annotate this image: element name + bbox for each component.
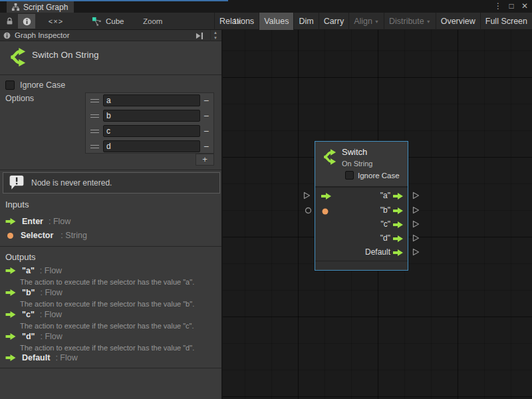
output-port-icon[interactable]: [392, 207, 404, 215]
switch-on-string-icon: [8, 46, 28, 68]
option-input-c[interactable]: [103, 125, 200, 137]
spinner-down-button[interactable]: ▼: [211, 35, 220, 41]
node-title-block: Switch On String: [0, 41, 221, 74]
option-input-b[interactable]: [103, 110, 200, 122]
info-icon: [23, 17, 31, 26]
flow-arrow-icon: [5, 354, 17, 362]
output-port-icon[interactable]: [392, 235, 404, 243]
tab-script-graph[interactable]: Script Graph: [7, 1, 74, 13]
flow-arrow-icon: [5, 311, 17, 319]
option-row: −: [86, 139, 213, 154]
toolbar: <×> Cube Zoom 1x Relations Values Dim Ca…: [0, 13, 532, 30]
node-footer-divider: [315, 261, 408, 261]
options-list: − − − −: [85, 92, 214, 154]
drag-handle-icon[interactable]: [90, 114, 99, 118]
ignore-case-row: Ignore Case: [5, 80, 65, 90]
graph-target[interactable]: Cube: [92, 13, 124, 30]
warning-bubble-icon: [9, 175, 25, 191]
tab-label: Script Graph: [23, 3, 68, 12]
panel-spinner: ▲ ▼: [210, 30, 220, 41]
overview-button[interactable]: Overview: [436, 13, 480, 30]
option-input-d[interactable]: [103, 140, 200, 152]
carry-button[interactable]: Carry: [319, 13, 349, 30]
values-button[interactable]: Values: [259, 13, 293, 30]
node-subtitle: On String: [342, 160, 372, 168]
external-flow-input-port[interactable]: [303, 192, 311, 200]
distribute-button[interactable]: Distribute▼: [384, 13, 436, 30]
option-input-a[interactable]: [103, 94, 200, 106]
output-desc: The action to execute if the selector ha…: [20, 278, 194, 286]
external-output-port-d[interactable]: [412, 234, 420, 242]
output-desc: The action to execute if the selector ha…: [20, 300, 194, 308]
output-row-c: "c" : Flow: [5, 310, 62, 319]
node-ignore-case-row: Ignore Case: [345, 171, 400, 180]
lock-icon: [5, 17, 14, 26]
drag-handle-icon[interactable]: [90, 130, 99, 133]
selector-port-icon[interactable]: [322, 208, 329, 215]
switch-on-string-icon: [322, 148, 338, 166]
node-row-default: Default: [315, 245, 408, 259]
remove-option-button[interactable]: −: [201, 94, 211, 107]
node-row-d: "d": [315, 231, 408, 245]
output-port-icon[interactable]: [392, 221, 404, 229]
graph-target-label: Cube: [106, 17, 124, 25]
external-output-port-b[interactable]: [412, 206, 420, 214]
output-row-b: "b" : Flow: [5, 288, 63, 297]
relations-button[interactable]: Relations: [214, 13, 259, 30]
node-title: Switch: [342, 147, 367, 157]
add-option-button[interactable]: +: [196, 154, 214, 166]
external-value-input-port[interactable]: [305, 207, 312, 214]
inspector-toggle-button[interactable]: [18, 14, 35, 29]
output-desc: The action to execute if the selector ha…: [20, 344, 194, 352]
output-port-icon[interactable]: [392, 192, 404, 200]
drag-handle-icon[interactable]: [90, 145, 99, 148]
remove-option-button[interactable]: −: [201, 124, 211, 138]
drag-handle-icon[interactable]: [90, 99, 99, 102]
node-ignore-case-checkbox[interactable]: [345, 171, 354, 180]
switch-on-string-node[interactable]: Switch On String Ignore Case "a" "b" "c"…: [315, 141, 408, 271]
remove-option-button[interactable]: −: [201, 109, 211, 122]
script-machine-icon: [92, 17, 102, 27]
node-ignore-case-label: Ignore Case: [358, 172, 400, 180]
spinner-up-button[interactable]: ▲: [211, 30, 220, 35]
output-row-d: "d" : Flow: [5, 332, 63, 341]
output-row-default: Default : Flow: [5, 353, 78, 362]
inspector-title: Switch On String: [32, 50, 99, 60]
divider: [0, 74, 221, 75]
output-row-a: "a" : Flow: [5, 266, 62, 275]
inspector-header: Graph Inspector ▲ ▼: [0, 30, 221, 41]
chevron-down-icon: ▼: [426, 19, 431, 24]
script-graph-window: Script Graph ⋮ □ ✕: [0, 0, 532, 399]
graph-inspector-panel: Graph Inspector ▲ ▼ Switch On String: [0, 30, 223, 399]
option-row: −: [86, 108, 213, 124]
align-button[interactable]: Align▼: [348, 13, 384, 30]
external-output-port-default[interactable]: [412, 248, 420, 256]
output-port-icon[interactable]: [392, 249, 404, 257]
more-menu-icon[interactable]: ⋮: [493, 1, 503, 12]
lock-button[interactable]: [1, 14, 17, 29]
window-controls: ⋮ □ ✕: [493, 1, 529, 12]
maximize-icon[interactable]: □: [507, 1, 516, 12]
close-icon[interactable]: ✕: [520, 1, 529, 12]
external-output-port-a[interactable]: [412, 192, 420, 200]
node-divider: [315, 186, 408, 188]
option-row: −: [86, 93, 213, 108]
ignore-case-checkbox[interactable]: [5, 80, 15, 90]
flow-arrow-icon: [5, 332, 17, 340]
code-preview-button[interactable]: <×>: [40, 14, 72, 29]
full-screen-button[interactable]: Full Screen: [480, 13, 532, 30]
node-row-c: "c": [315, 217, 408, 231]
enter-port-icon[interactable]: [321, 192, 332, 200]
external-output-port-c[interactable]: [412, 220, 420, 228]
remove-option-button[interactable]: −: [201, 140, 211, 153]
node-row-b: "b": [315, 203, 408, 217]
ignore-case-label: Ignore Case: [20, 80, 65, 90]
input-row-enter: Enter : Flow: [5, 217, 70, 226]
inputs-header: Inputs: [5, 200, 29, 209]
inspector-header-label: Graph Inspector: [15, 31, 69, 39]
input-row-selector: Selector : String: [7, 231, 87, 240]
dim-button[interactable]: Dim: [293, 13, 318, 30]
titlebar: Script Graph ⋮ □ ✕: [0, 0, 532, 13]
dock-panel-button[interactable]: [194, 31, 205, 41]
flow-arrow-icon: [5, 267, 17, 275]
